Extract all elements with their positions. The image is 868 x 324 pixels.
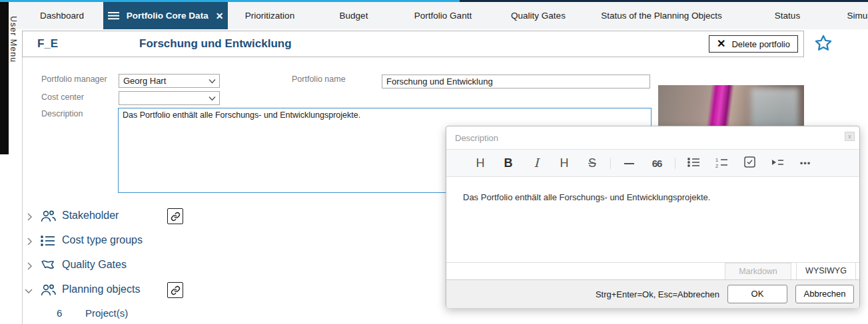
people-icon: [39, 283, 57, 297]
tab-quality-gates[interactable]: Quality Gates: [490, 2, 586, 29]
chevron-down-icon[interactable]: [25, 288, 33, 294]
tab-portfolio-core-data-label: Portfolio Core Data: [127, 11, 209, 21]
hamburger-icon[interactable]: [108, 11, 119, 20]
editor-body[interactable]: Das Portfolio enthält alle Forschungs- u…: [446, 178, 859, 262]
portfolio-code: F_E: [37, 37, 58, 51]
portfolio-manager-select[interactable]: Georg Hart: [119, 74, 220, 88]
description-label: Description: [41, 109, 83, 118]
image-background-highlight: [751, 88, 799, 130]
more-options-button[interactable]: •••: [791, 159, 819, 168]
content-left-border: [22, 31, 23, 324]
portfolio-manager-value: Georg Hart: [123, 76, 166, 86]
portfolio-manager-label: Portfolio manager: [41, 75, 107, 84]
section-planning-objects[interactable]: Planning objects: [22, 283, 442, 299]
link-icon: [171, 285, 181, 295]
delete-x-icon: ✕: [717, 39, 725, 49]
portfolio-core-data-page: Dashboard Portfolio Core Data ✕ Prioriti…: [0, 0, 868, 324]
italic-button[interactable]: I: [522, 157, 550, 169]
cost-center-select[interactable]: [119, 91, 220, 105]
indent-button[interactable]: [763, 157, 791, 170]
modal-close-icon[interactable]: x: [845, 132, 855, 141]
section-label-planning-objects: Planning objects: [62, 283, 140, 295]
chevron-down-icon: [209, 79, 216, 84]
ok-button[interactable]: OK: [727, 285, 787, 303]
description-editor-modal: Description x H B I H S 66 1 2: [446, 126, 860, 308]
toolbar-divider: [610, 158, 611, 169]
chevron-right-icon[interactable]: [27, 238, 33, 245]
portfolio-name-input[interactable]: [382, 75, 650, 88]
heading2-button[interactable]: H: [550, 157, 578, 169]
section-label-cost-type-groups: Cost type groups: [62, 234, 143, 246]
page-title: Forschung und Entwicklung: [139, 37, 292, 51]
cancel-button[interactable]: Abbrechen: [795, 285, 854, 303]
main-nav: Dashboard Portfolio Core Data ✕ Prioriti…: [0, 2, 868, 29]
section-stakeholder[interactable]: Stakeholder: [22, 209, 442, 225]
user-menu-handle[interactable]: [0, 2, 9, 154]
section-label-quality-gates: Quality Gates: [62, 259, 127, 271]
editor-body-text: Das Portfolio enthält alle Forschungs- u…: [463, 192, 710, 202]
tab-portfolio-core-data[interactable]: Portfolio Core Data ✕: [103, 2, 228, 29]
modal-footer: Strg+Enter=Ok, Esc=Abbrechen OK Abbreche…: [446, 279, 859, 308]
project-count-label[interactable]: Project(s): [85, 307, 128, 319]
people-icon: [39, 209, 57, 224]
tab-close-icon[interactable]: ✕: [216, 11, 224, 21]
bold-button[interactable]: B: [494, 157, 522, 169]
delete-portfolio-button[interactable]: ✕ Delete portfolio: [709, 35, 798, 53]
horizontal-rule-button[interactable]: [615, 157, 643, 169]
tab-prioritization[interactable]: Prioritization: [228, 2, 312, 29]
portfolio-header: F_E Forschung und Entwicklung ✕ Delete p…: [22, 31, 804, 57]
stakeholder-link-button[interactable]: [167, 208, 183, 224]
user-menu-label[interactable]: User Menu: [9, 16, 18, 63]
planning-objects-link-button[interactable]: [167, 282, 183, 298]
tab-wysiwyg[interactable]: WYSIWYG: [796, 262, 856, 281]
editor-mode-tabs: Markdown WYSIWYG: [446, 262, 859, 279]
svg-text:1: 1: [715, 157, 718, 163]
tab-markdown[interactable]: Markdown: [725, 263, 791, 280]
chevron-right-icon[interactable]: [27, 213, 33, 221]
tab-budget[interactable]: Budget: [312, 2, 396, 29]
tab-status[interactable]: Status: [737, 2, 838, 29]
favorite-star-icon[interactable]: [814, 34, 833, 53]
flag-icon: [39, 258, 57, 273]
section-label-stakeholder: Stakeholder: [62, 210, 119, 222]
chevron-down-icon: [209, 96, 216, 101]
toolbar-divider: [675, 158, 675, 169]
project-count: 6: [57, 307, 62, 319]
section-cost-type-groups[interactable]: Cost type groups: [22, 234, 442, 249]
editor-toolbar: H B I H S 66 1 2: [446, 149, 859, 177]
bullet-list-button[interactable]: [679, 157, 707, 170]
blockquote-button[interactable]: 66: [643, 158, 671, 168]
chevron-right-icon[interactable]: [27, 262, 33, 270]
svg-text:2: 2: [715, 162, 718, 168]
strikethrough-button[interactable]: S: [578, 157, 606, 169]
tab-dashboard[interactable]: Dashboard: [20, 2, 104, 29]
tab-simulation[interactable]: Simulation: [827, 2, 868, 29]
heading-button[interactable]: H: [466, 157, 494, 169]
tab-status-planning-objects[interactable]: Status of the Planning Objects: [586, 2, 737, 29]
modal-title: Description: [455, 133, 498, 143]
list-icon: [39, 234, 57, 248]
portfolio-name-label: Portfolio name: [292, 75, 346, 84]
numbered-list-button[interactable]: 1 2: [707, 157, 735, 170]
link-icon: [171, 212, 181, 222]
delete-portfolio-label: Delete portfolio: [731, 39, 789, 49]
cost-center-label: Cost center: [41, 92, 84, 102]
section-quality-gates[interactable]: Quality Gates: [22, 258, 442, 274]
task-checkbox-button[interactable]: [735, 156, 763, 170]
keyboard-hint: Strg+Enter=Ok, Esc=Abbrechen: [596, 289, 719, 299]
tab-portfolio-gantt[interactable]: Portfolio Gantt: [396, 2, 490, 29]
